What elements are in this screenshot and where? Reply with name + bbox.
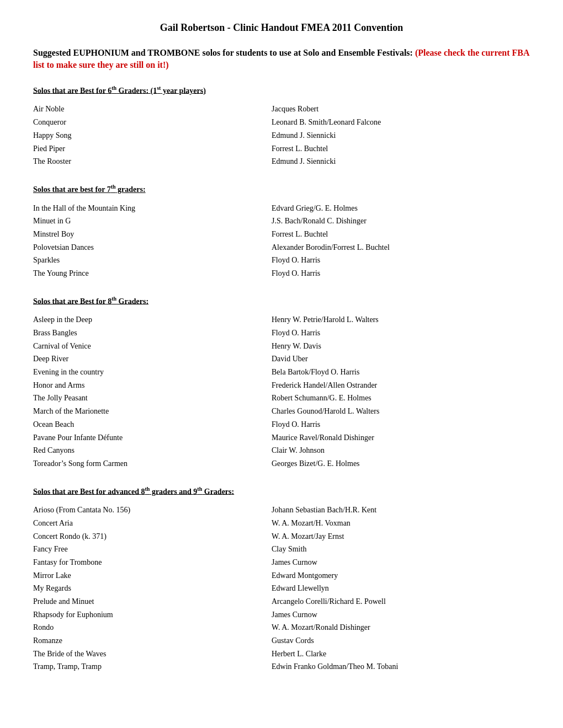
list-item: Asleep in the DeepHenry W. Petrie/Harold… (33, 313, 530, 326)
solos-table-6th: Air NobleJacques RobertConquerorLeonard … (33, 103, 530, 168)
solo-title: Pavane Pour Infante Défunte (33, 431, 272, 445)
list-item: Pied PiperForrest L. Buchtel (33, 142, 530, 156)
main-title: Gail Robertson - Clinic Handout FMEA 201… (33, 22, 530, 34)
solo-composer: Alexander Borodin/Forrest L. Buchtel (272, 241, 530, 254)
list-item: In the Hall of the Mountain KingEdvard G… (33, 202, 530, 215)
list-item: The Jolly PeasantRobert Schumann/G. E. H… (33, 392, 530, 405)
solo-composer: Arcangelo Corelli/Richard E. Powell (272, 595, 530, 608)
list-item: SparklesFloyd O. Harris (33, 254, 530, 267)
solo-composer: Henry W. Petrie/Harold L. Walters (272, 313, 530, 326)
list-item: Polovetsian DancesAlexander Borodin/Forr… (33, 241, 530, 254)
solo-title: Conqueror (33, 116, 272, 129)
solo-title: In the Hall of the Mountain King (33, 202, 272, 215)
solo-composer: W. A. Mozart/Ronald Dishinger (272, 621, 530, 634)
list-item: March of the MarionetteCharles Gounod/Ha… (33, 405, 530, 418)
solo-composer: David Uber (272, 352, 530, 366)
list-item: Brass BanglesFloyd O. Harris (33, 326, 530, 340)
solo-composer: Henry W. Davis (272, 340, 530, 353)
solo-composer: Edmund J. Siennicki (272, 129, 530, 142)
solo-composer: W. A. Mozart/H. Voxman (272, 517, 530, 530)
solo-title: Minuet in G (33, 215, 272, 228)
list-item: Honor and ArmsFrederick Handel/Allen Ost… (33, 379, 530, 392)
list-item: Evening in the countryBela Bartok/Floyd … (33, 366, 530, 379)
solos-table-advanced: Arioso (From Cantata No. 156)Johann Seba… (33, 504, 530, 673)
solo-title: Fantasy for Trombone (33, 556, 272, 569)
solo-title: Rhapsody for Euphonium (33, 608, 272, 622)
solo-composer: Gustav Cords (272, 634, 530, 647)
solo-title: The Rooster (33, 155, 272, 168)
solo-composer: Johann Sebastian Bach/H.R. Kent (272, 504, 530, 517)
section-seventh-graders: Solos that are best for 7th graders: In … (33, 184, 530, 280)
solo-composer: Maurice Ravel/Ronald Dishinger (272, 431, 530, 445)
section-heading-7th: Solos that are best for 7th graders: (33, 184, 530, 194)
solo-composer: Leonard B. Smith/Leonard Falcone (272, 116, 530, 129)
solo-composer: Floyd O. Harris (272, 326, 530, 340)
solo-composer: James Curnow (272, 608, 530, 622)
list-item: Ocean BeachFloyd O. Harris (33, 418, 530, 431)
solo-title: Tramp, Tramp, Tramp (33, 660, 272, 673)
solo-title: Arioso (From Cantata No. 156) (33, 504, 272, 517)
solo-composer: Jacques Robert (272, 103, 530, 116)
solos-table-8th: Asleep in the DeepHenry W. Petrie/Harold… (33, 313, 530, 470)
list-item: RondoW. A. Mozart/Ronald Dishinger (33, 621, 530, 634)
page-container: Gail Robertson - Clinic Handout FMEA 201… (33, 22, 530, 673)
solo-title: Toreador’s Song form Carmen (33, 457, 272, 470)
list-item: The Bride of the WavesHerbert L. Clarke (33, 647, 530, 661)
solo-composer: Edward Llewellyn (272, 582, 530, 595)
list-item: Pavane Pour Infante DéfunteMaurice Ravel… (33, 431, 530, 445)
list-item: Toreador’s Song form CarmenGeorges Bizet… (33, 457, 530, 470)
solo-title: The Jolly Peasant (33, 392, 272, 405)
list-item: RomanzeGustav Cords (33, 634, 530, 647)
solo-composer: Clair W. Johnson (272, 444, 530, 457)
list-item: Happy SongEdmund J. Siennicki (33, 129, 530, 142)
list-item: Minstrel BoyForrest L. Buchtel (33, 228, 530, 241)
solo-title: Concert Aria (33, 517, 272, 530)
solo-composer: Charles Gounod/Harold L. Walters (272, 405, 530, 418)
list-item: Red CanyonsClair W. Johnson (33, 444, 530, 457)
list-item: Carnival of VeniceHenry W. Davis (33, 340, 530, 353)
solo-composer: Robert Schumann/G. E. Holmes (272, 392, 530, 405)
solo-title: Pied Piper (33, 142, 272, 156)
list-item: Deep RiverDavid Uber (33, 352, 530, 366)
solo-composer: Frederick Handel/Allen Ostrander (272, 379, 530, 392)
list-item: Concert Rondo (k. 371)W. A. Mozart/Jay E… (33, 530, 530, 543)
solo-title: Polovetsian Dances (33, 241, 272, 254)
solo-composer: Edmund J. Siennicki (272, 155, 530, 168)
list-item: Rhapsody for EuphoniumJames Curnow (33, 608, 530, 622)
subtitle: Suggested EUPHONIUM and TROMBONE solos f… (33, 47, 530, 72)
solo-title: Prelude and Minuet (33, 595, 272, 608)
solo-title: Carnival of Venice (33, 340, 272, 353)
solo-composer: Edward Montgomery (272, 569, 530, 582)
solo-composer: Herbert L. Clarke (272, 647, 530, 661)
list-item: Tramp, Tramp, TrampEdwin Franko Goldman/… (33, 660, 530, 673)
solo-composer: Floyd O. Harris (272, 267, 530, 280)
list-item: Prelude and MinuetArcangelo Corelli/Rich… (33, 595, 530, 608)
solo-composer: Forrest L. Buchtel (272, 228, 530, 241)
list-item: ConquerorLeonard B. Smith/Leonard Falcon… (33, 116, 530, 129)
section-heading-6th: Solos that are Best for 6th Graders: (1s… (33, 85, 530, 95)
solo-title: Romanze (33, 634, 272, 647)
solo-composer: Bela Bartok/Floyd O. Harris (272, 366, 530, 379)
solo-composer: J.S. Bach/Ronald C. Dishinger (272, 215, 530, 228)
solo-title: Mirror Lake (33, 569, 272, 582)
solo-title: Honor and Arms (33, 379, 272, 392)
list-item: Fantasy for TromboneJames Curnow (33, 556, 530, 569)
solo-title: Fancy Free (33, 543, 272, 556)
section-eighth-graders: Solos that are Best for 8th Graders: Asl… (33, 296, 530, 470)
solo-title: Deep River (33, 352, 272, 366)
solo-title: Happy Song (33, 129, 272, 142)
solo-composer: Edwin Franko Goldman/Theo M. Tobani (272, 660, 530, 673)
list-item: The Young PrinceFloyd O. Harris (33, 267, 530, 280)
solo-composer: Clay Smith (272, 543, 530, 556)
list-item: The RoosterEdmund J. Siennicki (33, 155, 530, 168)
list-item: Concert AriaW. A. Mozart/H. Voxman (33, 517, 530, 530)
solo-title: Asleep in the Deep (33, 313, 272, 326)
solo-composer: Edvard Grieg/G. E. Holmes (272, 202, 530, 215)
section-sixth-graders: Solos that are Best for 6th Graders: (1s… (33, 85, 530, 168)
subtitle-plain: Suggested EUPHONIUM and TROMBONE solos f… (33, 48, 413, 57)
list-item: Minuet in GJ.S. Bach/Ronald C. Dishinger (33, 215, 530, 228)
list-item: My RegardsEdward Llewellyn (33, 582, 530, 595)
solo-composer: Floyd O. Harris (272, 418, 530, 431)
solo-title: My Regards (33, 582, 272, 595)
solo-composer: Floyd O. Harris (272, 254, 530, 267)
